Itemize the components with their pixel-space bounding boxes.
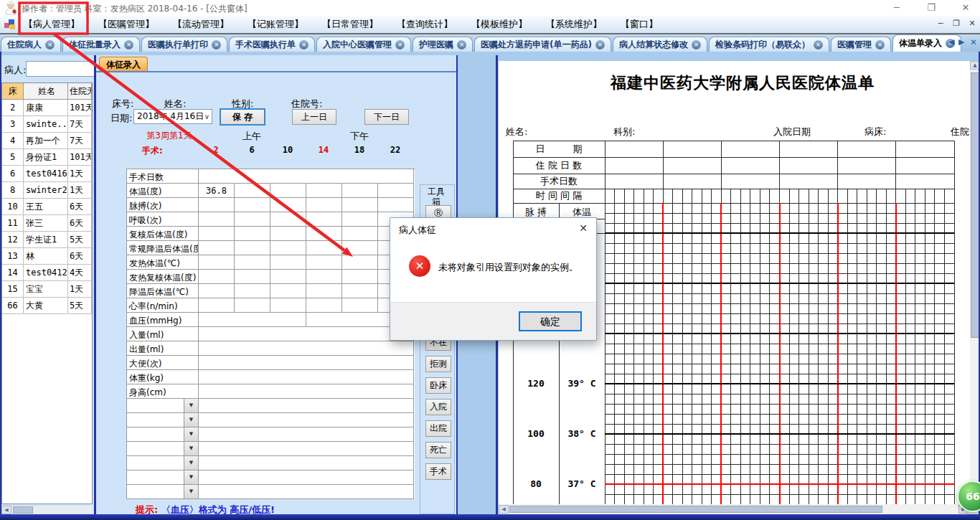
scrollbar-thumb[interactable] — [509, 506, 882, 513]
tab-0[interactable]: 住院病人✕ — [1, 37, 61, 52]
tab-vitals-entry[interactable]: 体征录入 — [99, 57, 148, 72]
tab-1[interactable]: 体征批量录入✕ — [62, 37, 140, 52]
vitals-cell[interactable] — [199, 413, 414, 427]
menu-item-8[interactable]: 【窗口】 — [621, 18, 658, 31]
patient-row[interactable]: 6test04161天 — [2, 166, 92, 182]
column-header[interactable]: 姓名 — [24, 83, 68, 100]
vitals-cell[interactable] — [235, 241, 270, 255]
menu-item-3[interactable]: 【记账管理】 — [248, 18, 303, 31]
patient-row[interactable]: 11张三6天 — [2, 215, 92, 232]
dialog-close-icon[interactable]: ✕ — [579, 222, 588, 234]
vitals-cell[interactable] — [199, 227, 235, 241]
patient-row[interactable]: 12学生证15天 — [2, 232, 92, 248]
mdi-restore-button[interactable]: ❐ — [950, 19, 963, 28]
vitals-cell[interactable] — [342, 241, 378, 255]
menu-item-5[interactable]: 【查询统计】 — [397, 18, 453, 31]
patient-row[interactable]: 3swinte...7天 — [2, 116, 92, 133]
vitals-cell[interactable] — [270, 241, 306, 255]
patient-row[interactable]: 5身份证1101天 — [2, 149, 92, 166]
vitals-cell[interactable] — [342, 227, 378, 241]
tab-close-icon[interactable]: ✕ — [692, 40, 701, 49]
tab-close-icon[interactable]: ✕ — [299, 40, 308, 49]
vitals-cell[interactable] — [306, 255, 342, 270]
vitals-cell[interactable] — [199, 169, 414, 184]
vitals-cell[interactable] — [270, 198, 306, 212]
tab-6[interactable]: 医嘱处方退药申请(单一药品)✕ — [474, 37, 611, 52]
vitals-cell[interactable] — [199, 456, 414, 471]
minimize-button[interactable]: ─ — [886, 1, 908, 14]
vitals-cell[interactable] — [235, 198, 270, 212]
vitals-cell[interactable] — [235, 298, 270, 313]
tab-3[interactable]: 手术医嘱执行单✕ — [229, 37, 315, 52]
menu-item-6[interactable]: 【模板维护】 — [471, 18, 527, 31]
combo-dropdown-button[interactable]: ▼ — [184, 485, 199, 499]
patient-row[interactable]: 10王五6天 — [2, 199, 92, 215]
tab-8[interactable]: 检验条码打印（易联众）✕ — [709, 37, 829, 52]
vitals-cell[interactable] — [235, 284, 270, 298]
vitals-cell[interactable] — [306, 184, 342, 198]
save-button[interactable]: 保 存 — [220, 108, 265, 126]
tab-close-icon[interactable]: ✕ — [457, 40, 466, 49]
ok-button[interactable]: 确定 — [519, 311, 582, 331]
vitals-cell[interactable] — [235, 255, 270, 270]
vitals-cell[interactable] — [342, 270, 378, 284]
vitals-cell[interactable] — [378, 184, 414, 198]
vitals-cell[interactable] — [199, 442, 414, 456]
toolbox-button-6[interactable]: 手术 — [425, 463, 451, 480]
vitals-cell[interactable] — [199, 471, 414, 485]
combo-dropdown-button[interactable]: ▼ — [184, 471, 199, 485]
tab-nav-prev-icon[interactable]: ◀ — [948, 37, 954, 47]
vitals-cell[interactable] — [270, 298, 306, 313]
vitals-cell[interactable] — [199, 356, 414, 370]
vitals-cell[interactable] — [199, 255, 235, 270]
vitals-cell[interactable] — [199, 485, 414, 499]
vitals-cell[interactable] — [199, 399, 414, 413]
tab-close-icon[interactable]: ✕ — [814, 40, 823, 49]
vitals-cell[interactable] — [235, 227, 270, 241]
menu-item-0[interactable]: 【病人管理】 — [24, 18, 80, 31]
date-select[interactable]: 2018年 4月16日 ∨ — [133, 109, 212, 124]
vitals-cell[interactable] — [342, 184, 378, 198]
scroll-left-icon[interactable]: ◀ — [1, 506, 11, 514]
tab-nav-close-icon[interactable]: ✕ — [970, 37, 977, 47]
patient-row[interactable]: 13林6天 — [2, 248, 92, 265]
tab-close-icon[interactable]: ✕ — [45, 40, 55, 49]
menu-item-2[interactable]: 【流动管理】 — [173, 18, 229, 31]
vitals-cell[interactable] — [199, 298, 235, 313]
vitals-cell[interactable] — [306, 198, 342, 212]
patient-search-input[interactable] — [26, 61, 95, 77]
vitals-cell[interactable] — [378, 198, 414, 212]
menu-item-7[interactable]: 【系统维护】 — [546, 18, 602, 31]
toolbox-button-4[interactable]: 出院 — [425, 420, 451, 437]
tab-close-icon[interactable]: ✕ — [212, 40, 221, 49]
patient-row[interactable]: 8swinter21天 — [2, 182, 92, 199]
patient-row[interactable]: 2康康101天 — [2, 100, 92, 116]
tab-close-icon[interactable]: ✕ — [124, 40, 133, 49]
patient-row[interactable]: 66大黄5天 — [2, 298, 92, 314]
vitals-cell[interactable] — [270, 270, 306, 284]
vitals-cell[interactable] — [199, 241, 235, 255]
next-day-button[interactable]: 下一日 — [364, 109, 409, 125]
vitals-cell[interactable] — [199, 313, 306, 327]
vitals-cell[interactable] — [306, 270, 342, 284]
menu-item-1[interactable]: 【医嘱管理】 — [98, 18, 154, 31]
vitals-cell[interactable] — [235, 184, 270, 198]
combo-dropdown-button[interactable]: ▼ — [184, 427, 199, 442]
tab-close-icon[interactable]: ✕ — [595, 40, 605, 49]
vitals-cell[interactable] — [306, 241, 342, 255]
vitals-cell[interactable] — [342, 255, 378, 270]
tab-close-icon[interactable]: ✕ — [395, 40, 405, 49]
mdi-close-button[interactable]: ✕ — [966, 19, 979, 28]
combo-dropdown-button[interactable]: ▼ — [184, 413, 199, 427]
column-header[interactable]: 住院天数 — [68, 83, 92, 100]
vitals-cell[interactable] — [342, 198, 378, 212]
tab-nav-next-icon[interactable]: ▶ — [958, 37, 964, 47]
vitals-cell[interactable] — [342, 284, 378, 298]
tab-close-icon[interactable]: ✕ — [875, 40, 885, 49]
toolbox-button-3[interactable]: 入院 — [425, 399, 451, 415]
vitals-cell[interactable] — [199, 327, 414, 341]
patient-row[interactable]: 15宝宝1天 — [2, 281, 92, 298]
vitals-cell[interactable] — [199, 427, 414, 442]
vitals-cell[interactable] — [270, 227, 306, 241]
toolbox-button-2[interactable]: 卧床 — [425, 377, 451, 394]
